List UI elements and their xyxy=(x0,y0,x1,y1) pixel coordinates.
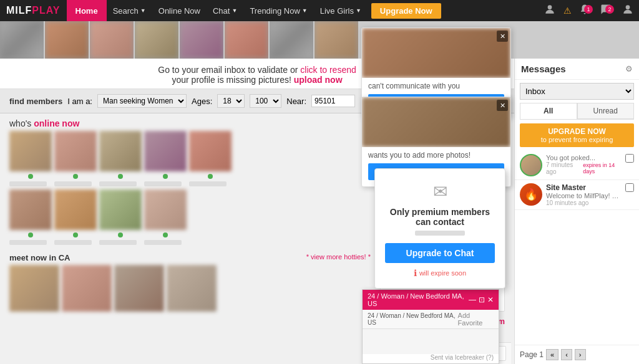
msg-preview-1: You got poked... xyxy=(546,154,595,161)
strip-photo[interactable] xyxy=(180,21,223,59)
msg-time-1: 7 minutes ago xyxy=(546,161,580,175)
main-wrapper: Go to your email inbox to validate or cl… xyxy=(0,59,639,364)
strip-photo[interactable] xyxy=(315,21,358,59)
chat-arrow-icon: ▼ xyxy=(232,7,237,14)
expire-icon: ℹ xyxy=(414,268,417,278)
nav-right-icons: ⚠ 1 2 xyxy=(539,3,639,18)
chat-location: 24 / Woman / New Bedford MA, US xyxy=(368,312,458,326)
warning-icon: ⚠ xyxy=(561,6,574,16)
upgrade-box[interactable]: UPGRADE NOW to prevent from expiring xyxy=(520,123,634,147)
trending-arrow-icon: ▼ xyxy=(302,7,308,14)
upgrade-to-chat-btn[interactable]: Upgrade to Chat xyxy=(385,243,495,263)
online-now-nav-item[interactable]: Online Now xyxy=(152,0,207,21)
add-favorite-link[interactable]: Add Favorite xyxy=(458,312,494,327)
strip-photo[interactable] xyxy=(270,21,313,59)
page-first-btn[interactable]: « xyxy=(546,349,559,360)
strip-photo[interactable] xyxy=(135,21,178,59)
envelope-icon: ✉ xyxy=(433,182,447,201)
chat-badge: 2 xyxy=(605,5,614,14)
page-next-btn[interactable]: › xyxy=(575,349,586,360)
msg-checkbox-1[interactable] xyxy=(625,154,634,163)
msg-preview-2: Welcome to MilfPlay! He... xyxy=(546,192,623,199)
messages-title: Messages xyxy=(521,64,566,74)
close-chat-icon[interactable]: ✕ xyxy=(487,295,494,304)
svg-point-1 xyxy=(626,5,630,9)
strip-photo[interactable] xyxy=(90,21,134,59)
member-thumb[interactable] xyxy=(9,189,52,245)
meet-thumb[interactable] xyxy=(9,265,59,312)
notification-icon[interactable]: 1 xyxy=(574,4,595,17)
seeking-select[interactable]: Man seeking Women xyxy=(97,94,187,108)
view-hotties-link[interactable]: * view more hotties! * xyxy=(306,253,371,262)
member-thumb[interactable] xyxy=(54,131,97,186)
inbox-select[interactable]: Inbox xyxy=(520,83,634,100)
upgrade-now-button[interactable]: Upgrade Now xyxy=(371,3,441,19)
logo: MILFPLAY xyxy=(0,5,67,16)
notification-badge: 1 xyxy=(584,5,593,14)
upload-link[interactable]: upload now xyxy=(294,75,343,85)
page-controls: Page 1 « ‹ › xyxy=(515,345,639,364)
msg-time-2: 10 minutes ago xyxy=(546,199,623,206)
chat-popup-1-close[interactable]: ✕ xyxy=(497,31,508,42)
messages-panel: Messages ⚙ Inbox All Unread UPGRADE NOW … xyxy=(514,59,639,364)
msg-avatar-1 xyxy=(520,154,542,176)
member-thumb[interactable] xyxy=(99,189,142,245)
expire-warning: ℹ will expire soon xyxy=(385,268,495,278)
chat-window-info: 24 / Woman / New Bedford MA, US Add Favo… xyxy=(363,310,499,329)
age-min-select[interactable]: 18 xyxy=(217,94,245,108)
member-thumb[interactable] xyxy=(144,131,187,186)
tab-all[interactable]: All xyxy=(520,103,577,119)
member-thumb[interactable] xyxy=(144,189,187,245)
meet-thumb[interactable] xyxy=(114,265,164,312)
messages-icon[interactable]: 2 xyxy=(595,4,617,17)
member-thumb[interactable] xyxy=(99,131,142,186)
strip-photo[interactable] xyxy=(45,21,89,59)
tab-unread[interactable]: Unread xyxy=(577,103,635,119)
icebreaker-label: Sent via Icebreaker (?) xyxy=(363,354,499,363)
minimize-icon[interactable]: — xyxy=(469,295,476,304)
photo-strip xyxy=(0,21,639,59)
prevent-label: to prevent from expiring xyxy=(524,136,630,143)
msg-checkbox-2[interactable] xyxy=(625,183,634,192)
i-am-label: I am a: xyxy=(67,97,92,106)
member-thumb[interactable] xyxy=(9,131,52,186)
msg-content-2: Site Master Welcome to MilfPlay! He... 1… xyxy=(546,183,623,206)
chat-popup-2-close[interactable]: ✕ xyxy=(497,100,508,111)
user-icon[interactable] xyxy=(617,3,639,18)
chat-popup-2-header: ✕ xyxy=(362,97,510,147)
message-item-2[interactable]: 🔥 Site Master Welcome to MilfPlay! He...… xyxy=(515,180,639,210)
member-thumb[interactable] xyxy=(54,189,97,245)
search-nav-item[interactable]: Search ▼ xyxy=(107,0,152,21)
chat-msg-area xyxy=(363,329,499,354)
page-prev-btn[interactable]: ‹ xyxy=(561,349,572,360)
chat-nav-item[interactable]: Chat ▼ xyxy=(207,0,243,21)
meet-thumb[interactable] xyxy=(62,265,112,312)
search-arrow-icon: ▼ xyxy=(140,7,146,14)
msg-sender-2: Site Master xyxy=(546,183,623,192)
profile-icon[interactable] xyxy=(539,3,561,18)
age-max-select[interactable]: 100 xyxy=(250,94,281,108)
svg-point-0 xyxy=(548,5,552,9)
near-label: Near: xyxy=(286,97,306,106)
ages-label: Ages: xyxy=(192,97,212,106)
navbar: MILFPLAY Home Search ▼ Online Now Chat ▼… xyxy=(0,0,639,21)
email-icon-container: ✉ xyxy=(385,181,495,202)
trending-now-nav-item[interactable]: Trending Now ▼ xyxy=(243,0,313,21)
live-girls-nav-item[interactable]: Live Girls ▼ xyxy=(314,0,368,21)
col-left: meet now in CA * view more hotties! * xyxy=(9,248,371,364)
find-members-label: find members xyxy=(9,97,62,106)
tabs-row: All Unread xyxy=(520,103,634,120)
expand-icon[interactable]: ⊡ xyxy=(479,295,485,304)
messages-header: Messages ⚙ xyxy=(515,59,639,80)
near-input[interactable] xyxy=(311,95,355,107)
member-thumb[interactable] xyxy=(189,131,232,186)
strip-photo[interactable] xyxy=(225,21,268,59)
meet-thumb[interactable] xyxy=(167,265,217,312)
home-nav-btn[interactable]: Home xyxy=(67,0,107,21)
live-arrow-icon: ▼ xyxy=(356,7,361,14)
chat-window: 24 / Woman / New Bedford MA, US — ⊡ ✕ 24… xyxy=(362,289,499,364)
strip-photo[interactable] xyxy=(0,21,44,59)
resend-link[interactable]: click to resend xyxy=(300,65,356,75)
message-item-1[interactable]: You got poked... 7 minutes ago expires i… xyxy=(515,151,639,180)
gear-icon[interactable]: ⚙ xyxy=(625,64,633,74)
